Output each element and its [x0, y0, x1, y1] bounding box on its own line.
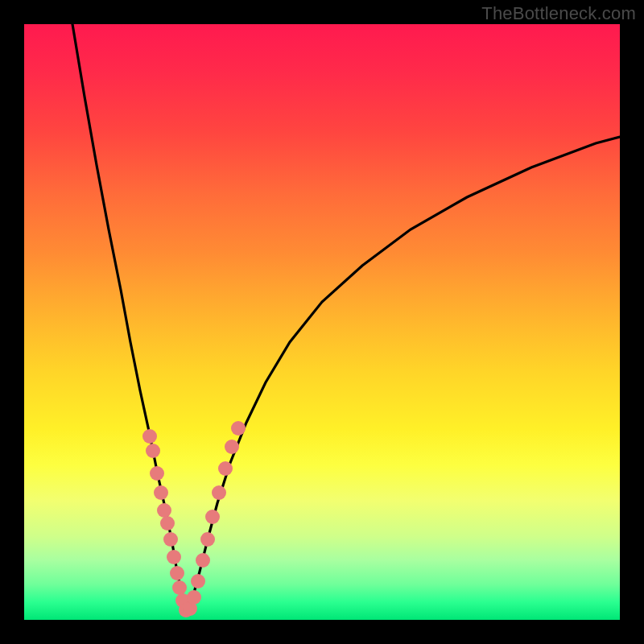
watermark-text: TheBottleneck.com [481, 3, 636, 24]
sample-dot [146, 444, 160, 458]
sample-dot [154, 485, 168, 500]
bottleneck-curve-path [72, 24, 620, 610]
sample-dot [196, 553, 210, 568]
plot-area [24, 24, 620, 620]
sample-dot [163, 532, 178, 547]
sample-dot [225, 440, 239, 454]
chart-frame: TheBottleneck.com [0, 0, 644, 644]
sample-dot [200, 532, 215, 547]
sample-dot [172, 580, 187, 595]
sample-dot [205, 510, 220, 524]
sample-dot [191, 574, 205, 588]
sample-dot [157, 503, 171, 518]
sample-dot [150, 466, 164, 481]
sample-dot [142, 429, 157, 444]
sample-dot [170, 566, 184, 580]
sample-dot [187, 590, 201, 605]
sample-dot [212, 485, 226, 500]
sample-dot [218, 461, 233, 476]
sample-dot [231, 421, 246, 436]
sample-dot [160, 516, 175, 530]
bottleneck-curve-svg [24, 24, 620, 620]
sample-dot [167, 550, 181, 564]
